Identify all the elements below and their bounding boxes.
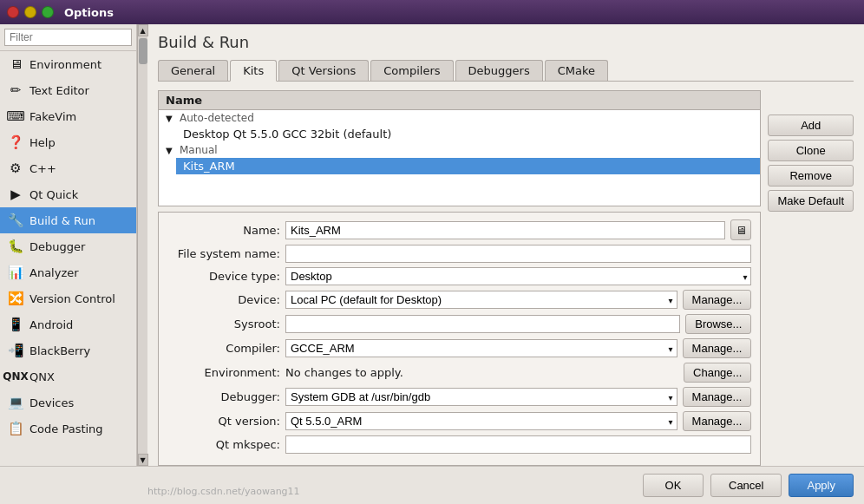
compiler-manage-button[interactable]: Manage... — [683, 338, 752, 358]
filesystem-input[interactable] — [285, 245, 751, 263]
cancel-button[interactable]: Cancel — [710, 474, 782, 497]
sidebar-item-android[interactable]: 📱 Android — [0, 311, 136, 337]
tab-compilers[interactable]: Compilers — [370, 60, 453, 81]
sidebar-item-fakevim[interactable]: ⌨ FakeVim — [0, 103, 136, 129]
debugger-label: Debugger: — [167, 390, 280, 403]
scroll-up-arrow[interactable]: ▲ — [138, 24, 148, 36]
sidebar-item-version-control[interactable]: 🔀 Version Control — [0, 285, 136, 311]
sidebar-item-blackberry[interactable]: 📲 BlackBerry — [0, 337, 136, 363]
content-area: Build & Run General Kits Qt Versions Com… — [147, 24, 864, 466]
device-select[interactable]: Local PC (default for Desktop) — [285, 291, 677, 309]
analyzer-icon: 📊 — [7, 264, 24, 281]
tree-item-label: Desktop Qt 5.5.0 GCC 32bit (default) — [183, 128, 391, 141]
sidebar-item-label: Text Editor — [29, 84, 89, 97]
tree-manual[interactable]: ▼ Manual — [159, 142, 760, 158]
kits-panel: Name ▼ Auto-detected Desktop Qt 5.5.0 GC… — [158, 90, 854, 466]
sidebar-item-label: Debugger — [29, 240, 85, 253]
tab-cmake[interactable]: CMake — [545, 60, 608, 81]
blackberry-icon: 📲 — [7, 342, 24, 359]
sidebar-item-qt-quick[interactable]: ▶ Qt Quick — [0, 181, 136, 207]
page-title: Build & Run — [158, 33, 854, 51]
sidebar-item-label: Devices — [29, 396, 74, 409]
kits-action-buttons: Add Clone Remove Make Default — [768, 90, 854, 466]
environment-icon: 🖥 — [7, 56, 24, 73]
close-button[interactable] — [7, 6, 19, 18]
sysroot-browse-button[interactable]: Browse... — [685, 314, 751, 334]
main-container: 🖥 Environment ✏ Text Editor ⌨ FakeVim ❓ … — [0, 24, 864, 466]
tree-section-label: Auto-detected — [180, 112, 254, 124]
debugger-select[interactable]: System GDB at /usr/bin/gdb — [285, 388, 677, 406]
sidebar-item-debugger[interactable]: 🐛 Debugger — [0, 233, 136, 259]
kits-tree: ▼ Auto-detected Desktop Qt 5.5.0 GCC 32b… — [158, 110, 761, 206]
sidebar-item-analyzer[interactable]: 📊 Analyzer — [0, 259, 136, 285]
tab-kits[interactable]: Kits — [230, 60, 277, 82]
device-manage-button[interactable]: Manage... — [683, 290, 752, 310]
sidebar-item-label: Version Control — [29, 292, 115, 305]
clone-button[interactable]: Clone — [768, 140, 854, 161]
sidebar-item-cpp[interactable]: ⚙ C++ — [0, 155, 136, 181]
kit-form: Name: 🖥 File system name: Device type: D… — [158, 212, 761, 466]
device-type-select-wrapper: Desktop ▾ — [285, 267, 751, 285]
remove-button[interactable]: Remove — [768, 165, 854, 187]
tab-debuggers[interactable]: Debuggers — [455, 60, 543, 81]
window-title: Options — [64, 6, 114, 19]
environment-change-button[interactable]: Change... — [684, 363, 751, 383]
text-editor-icon: ✏ — [7, 82, 24, 99]
sidebar-item-label: Build & Run — [29, 214, 95, 227]
name-input[interactable] — [285, 221, 725, 239]
device-type-select[interactable]: Desktop — [285, 267, 751, 285]
sidebar-item-devices[interactable]: 💻 Devices — [0, 389, 136, 416]
maximize-button[interactable] — [42, 6, 54, 18]
fakevim-icon: ⌨ — [7, 108, 24, 125]
ok-button[interactable]: OK — [643, 474, 704, 497]
tree-item-desktop[interactable]: Desktop Qt 5.5.0 GCC 32bit (default) — [176, 126, 760, 142]
debugger-manage-button[interactable]: Manage... — [683, 387, 752, 407]
device-type-label: Device type: — [167, 270, 280, 283]
qt-version-manage-button[interactable]: Manage... — [683, 411, 752, 431]
kits-list-header: Name — [158, 90, 761, 110]
tab-general[interactable]: General — [158, 60, 228, 81]
sidebar-item-build-run[interactable]: 🔧 Build & Run — [0, 207, 136, 233]
watermark: http://blog.csdn.net/yaowang11 — [147, 486, 300, 497]
kits-list-area: Name ▼ Auto-detected Desktop Qt 5.5.0 GC… — [158, 90, 761, 466]
tab-bar: General Kits Qt Versions Compilers Debug… — [158, 60, 854, 82]
form-row-name: Name: 🖥 — [167, 219, 751, 240]
tab-qt-versions[interactable]: Qt Versions — [278, 60, 369, 81]
tree-auto-detected[interactable]: ▼ Auto-detected — [159, 110, 760, 126]
tree-arrow-icon: ▼ — [166, 114, 176, 123]
sidebar: 🖥 Environment ✏ Text Editor ⌨ FakeVim ❓ … — [0, 24, 137, 466]
sidebar-item-label: Code Pasting — [29, 422, 103, 435]
tree-item-kits-arm[interactable]: Kits_ARM — [176, 158, 760, 174]
qt-mkspec-input[interactable] — [285, 435, 751, 454]
compiler-select[interactable]: GCCE_ARM — [285, 339, 677, 357]
sidebar-item-environment[interactable]: 🖥 Environment — [0, 51, 136, 77]
tree-manual-label: Manual — [180, 144, 218, 156]
sysroot-input[interactable] — [285, 315, 680, 333]
make-default-button[interactable]: Make Default — [768, 190, 854, 212]
bottom-bar: http://blog.csdn.net/yaowang11 OK Cancel… — [0, 466, 864, 504]
qt-mkspec-label: Qt mkspec: — [167, 438, 280, 451]
apply-button[interactable]: Apply — [789, 474, 854, 497]
scrollbar-thumb[interactable] — [139, 38, 147, 64]
add-button[interactable]: Add — [768, 115, 854, 136]
form-row-filesystem: File system name: — [167, 245, 751, 263]
sidebar-scrollbar[interactable]: ▲ ▼ — [137, 24, 147, 466]
qt-version-label: Qt version: — [167, 415, 280, 428]
sidebar-item-help[interactable]: ❓ Help — [0, 129, 136, 155]
kit-icon-button[interactable]: 🖥 — [730, 219, 751, 240]
sidebar-item-label: C++ — [29, 162, 56, 175]
qt-version-select[interactable]: Qt 5.5.0_ARM — [285, 412, 677, 430]
tree-item-label: Kits_ARM — [183, 160, 235, 173]
minimize-button[interactable] — [24, 6, 36, 18]
sidebar-item-code-pasting[interactable]: 📋 Code Pasting — [0, 416, 136, 442]
version-control-icon: 🔀 — [7, 290, 24, 307]
sidebar-item-label: Environment — [29, 58, 101, 71]
sidebar-item-qnx[interactable]: QNX QNX — [0, 363, 136, 389]
form-row-environment: Environment: No changes to apply. Change… — [167, 363, 751, 383]
filter-input[interactable] — [4, 29, 132, 46]
sidebar-item-text-editor[interactable]: ✏ Text Editor — [0, 77, 136, 103]
form-row-compiler: Compiler: GCCE_ARM ▾ Manage... — [167, 338, 751, 358]
scroll-down-arrow[interactable]: ▼ — [138, 454, 148, 466]
sidebar-filter-area — [0, 24, 136, 51]
form-row-device: Device: Local PC (default for Desktop) ▾… — [167, 290, 751, 310]
